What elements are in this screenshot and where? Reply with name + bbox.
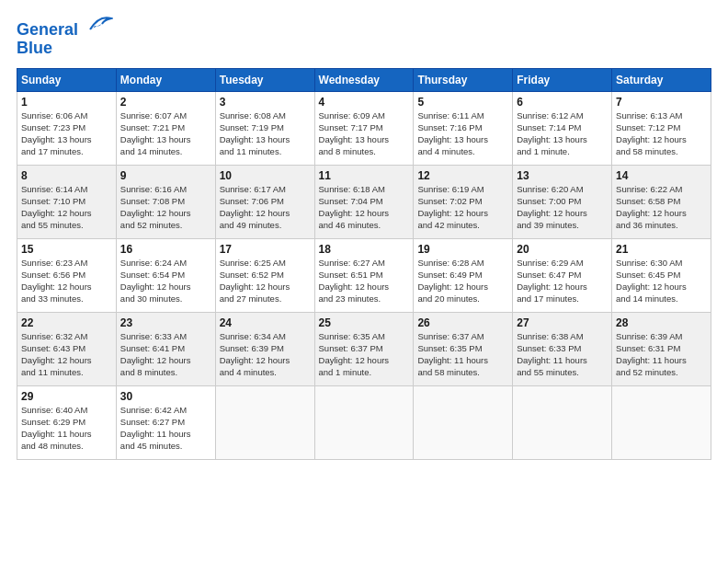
day-cell-12: 12Sunrise: 6:19 AM Sunset: 7:02 PM Dayli… bbox=[414, 166, 513, 239]
day-number-29: 29 bbox=[21, 390, 112, 403]
day-cell-15: 15Sunrise: 6:23 AM Sunset: 6:56 PM Dayli… bbox=[17, 239, 117, 313]
day-info-16: Sunrise: 6:24 AM Sunset: 6:54 PM Dayligh… bbox=[120, 258, 211, 304]
day-number-3: 3 bbox=[220, 96, 311, 109]
day-cell-22: 22Sunrise: 6:32 AM Sunset: 6:43 PM Dayli… bbox=[17, 313, 117, 386]
day-number-24: 24 bbox=[220, 316, 311, 329]
day-info-18: Sunrise: 6:27 AM Sunset: 6:51 PM Dayligh… bbox=[319, 258, 410, 304]
day-number-30: 30 bbox=[120, 390, 211, 403]
day-cell-18: 18Sunrise: 6:27 AM Sunset: 6:51 PM Dayli… bbox=[314, 239, 414, 313]
day-cell-27: 27Sunrise: 6:38 AM Sunset: 6:33 PM Dayli… bbox=[513, 313, 612, 386]
day-info-4: Sunrise: 6:09 AM Sunset: 7:17 PM Dayligh… bbox=[319, 110, 410, 157]
day-number-28: 28 bbox=[616, 316, 707, 329]
day-cell-5: 5Sunrise: 6:11 AM Sunset: 7:16 PM Daylig… bbox=[414, 92, 513, 166]
day-info-12: Sunrise: 6:19 AM Sunset: 7:02 PM Dayligh… bbox=[417, 184, 508, 231]
empty-cell bbox=[215, 386, 314, 460]
logo-bird-icon bbox=[85, 13, 113, 35]
calendar-table: Sunday Monday Tuesday Wednesday Thursday… bbox=[17, 68, 711, 460]
day-number-22: 22 bbox=[21, 316, 112, 329]
day-cell-6: 6Sunrise: 6:12 AM Sunset: 7:14 PM Daylig… bbox=[513, 92, 612, 166]
empty-cell bbox=[314, 386, 414, 460]
col-saturday: Saturday bbox=[612, 69, 711, 92]
day-cell-29: 29Sunrise: 6:40 AM Sunset: 6:29 PM Dayli… bbox=[17, 386, 117, 460]
day-cell-1: 1Sunrise: 6:06 AM Sunset: 7:23 PM Daylig… bbox=[17, 92, 117, 166]
day-number-10: 10 bbox=[220, 169, 311, 182]
logo: General Blue bbox=[17, 17, 113, 57]
day-info-30: Sunrise: 6:42 AM Sunset: 6:27 PM Dayligh… bbox=[120, 405, 211, 452]
day-number-11: 11 bbox=[319, 169, 410, 182]
day-info-17: Sunrise: 6:25 AM Sunset: 6:52 PM Dayligh… bbox=[220, 258, 311, 304]
day-info-2: Sunrise: 6:07 AM Sunset: 7:21 PM Dayligh… bbox=[120, 110, 211, 157]
calendar-header-row: Sunday Monday Tuesday Wednesday Thursday… bbox=[17, 69, 711, 92]
day-info-19: Sunrise: 6:28 AM Sunset: 6:49 PM Dayligh… bbox=[417, 258, 508, 304]
day-number-16: 16 bbox=[120, 243, 211, 256]
day-info-15: Sunrise: 6:23 AM Sunset: 6:56 PM Dayligh… bbox=[21, 258, 112, 304]
week-row-5: 29Sunrise: 6:40 AM Sunset: 6:29 PM Dayli… bbox=[17, 386, 711, 460]
day-info-8: Sunrise: 6:14 AM Sunset: 7:10 PM Dayligh… bbox=[21, 184, 112, 231]
day-info-27: Sunrise: 6:38 AM Sunset: 6:33 PM Dayligh… bbox=[517, 331, 608, 378]
day-cell-14: 14Sunrise: 6:22 AM Sunset: 6:58 PM Dayli… bbox=[612, 166, 711, 239]
day-number-8: 8 bbox=[21, 169, 112, 182]
col-monday: Monday bbox=[116, 69, 215, 92]
day-info-14: Sunrise: 6:22 AM Sunset: 6:58 PM Dayligh… bbox=[616, 184, 707, 231]
day-info-22: Sunrise: 6:32 AM Sunset: 6:43 PM Dayligh… bbox=[21, 331, 112, 378]
day-info-28: Sunrise: 6:39 AM Sunset: 6:31 PM Dayligh… bbox=[616, 331, 707, 378]
day-cell-7: 7Sunrise: 6:13 AM Sunset: 7:12 PM Daylig… bbox=[612, 92, 711, 166]
day-cell-13: 13Sunrise: 6:20 AM Sunset: 7:00 PM Dayli… bbox=[513, 166, 612, 239]
day-cell-16: 16Sunrise: 6:24 AM Sunset: 6:54 PM Dayli… bbox=[116, 239, 215, 313]
week-row-2: 8Sunrise: 6:14 AM Sunset: 7:10 PM Daylig… bbox=[17, 166, 711, 239]
day-cell-10: 10Sunrise: 6:17 AM Sunset: 7:06 PM Dayli… bbox=[215, 166, 314, 239]
day-cell-2: 2Sunrise: 6:07 AM Sunset: 7:21 PM Daylig… bbox=[116, 92, 215, 166]
day-cell-26: 26Sunrise: 6:37 AM Sunset: 6:35 PM Dayli… bbox=[414, 313, 513, 386]
day-info-7: Sunrise: 6:13 AM Sunset: 7:12 PM Dayligh… bbox=[616, 110, 707, 157]
day-info-25: Sunrise: 6:35 AM Sunset: 6:37 PM Dayligh… bbox=[319, 331, 410, 378]
col-friday: Friday bbox=[513, 69, 612, 92]
week-row-4: 22Sunrise: 6:32 AM Sunset: 6:43 PM Dayli… bbox=[17, 313, 711, 386]
day-number-4: 4 bbox=[319, 96, 410, 109]
day-cell-3: 3Sunrise: 6:08 AM Sunset: 7:19 PM Daylig… bbox=[215, 92, 314, 166]
day-cell-20: 20Sunrise: 6:29 AM Sunset: 6:47 PM Dayli… bbox=[513, 239, 612, 313]
day-info-11: Sunrise: 6:18 AM Sunset: 7:04 PM Dayligh… bbox=[319, 184, 410, 231]
day-cell-24: 24Sunrise: 6:34 AM Sunset: 6:39 PM Dayli… bbox=[215, 313, 314, 386]
empty-cell bbox=[612, 386, 711, 460]
day-info-23: Sunrise: 6:33 AM Sunset: 6:41 PM Dayligh… bbox=[120, 331, 211, 378]
day-info-5: Sunrise: 6:11 AM Sunset: 7:16 PM Dayligh… bbox=[417, 110, 508, 157]
day-info-6: Sunrise: 6:12 AM Sunset: 7:14 PM Dayligh… bbox=[517, 110, 608, 157]
day-number-14: 14 bbox=[616, 169, 707, 182]
day-number-12: 12 bbox=[417, 169, 508, 182]
day-number-13: 13 bbox=[517, 169, 608, 182]
day-number-1: 1 bbox=[21, 96, 112, 109]
day-info-24: Sunrise: 6:34 AM Sunset: 6:39 PM Dayligh… bbox=[220, 331, 311, 378]
calendar-page: General Blue Sunday Monday Tuesday Wedne… bbox=[0, 0, 728, 563]
day-number-2: 2 bbox=[120, 96, 211, 109]
col-sunday: Sunday bbox=[17, 69, 117, 92]
week-row-3: 15Sunrise: 6:23 AM Sunset: 6:56 PM Dayli… bbox=[17, 239, 711, 313]
day-info-13: Sunrise: 6:20 AM Sunset: 7:00 PM Dayligh… bbox=[517, 184, 608, 231]
day-number-27: 27 bbox=[517, 316, 608, 329]
day-number-26: 26 bbox=[417, 316, 508, 329]
col-tuesday: Tuesday bbox=[215, 69, 314, 92]
day-info-10: Sunrise: 6:17 AM Sunset: 7:06 PM Dayligh… bbox=[220, 184, 311, 231]
day-info-26: Sunrise: 6:37 AM Sunset: 6:35 PM Dayligh… bbox=[417, 331, 508, 378]
col-wednesday: Wednesday bbox=[314, 69, 414, 92]
day-cell-4: 4Sunrise: 6:09 AM Sunset: 7:17 PM Daylig… bbox=[314, 92, 414, 166]
day-cell-28: 28Sunrise: 6:39 AM Sunset: 6:31 PM Dayli… bbox=[612, 313, 711, 386]
empty-cell bbox=[414, 386, 513, 460]
header: General Blue bbox=[17, 17, 711, 57]
day-cell-23: 23Sunrise: 6:33 AM Sunset: 6:41 PM Dayli… bbox=[116, 313, 215, 386]
day-number-19: 19 bbox=[417, 243, 508, 256]
day-number-23: 23 bbox=[120, 316, 211, 329]
day-number-17: 17 bbox=[220, 243, 311, 256]
day-cell-19: 19Sunrise: 6:28 AM Sunset: 6:49 PM Dayli… bbox=[414, 239, 513, 313]
day-info-3: Sunrise: 6:08 AM Sunset: 7:19 PM Dayligh… bbox=[220, 110, 311, 157]
day-number-21: 21 bbox=[616, 243, 707, 256]
day-cell-11: 11Sunrise: 6:18 AM Sunset: 7:04 PM Dayli… bbox=[314, 166, 414, 239]
col-thursday: Thursday bbox=[414, 69, 513, 92]
day-info-20: Sunrise: 6:29 AM Sunset: 6:47 PM Dayligh… bbox=[517, 258, 608, 304]
empty-cell bbox=[513, 386, 612, 460]
day-cell-25: 25Sunrise: 6:35 AM Sunset: 6:37 PM Dayli… bbox=[314, 313, 414, 386]
logo-blue: Blue bbox=[17, 40, 113, 58]
day-number-9: 9 bbox=[120, 169, 211, 182]
day-number-20: 20 bbox=[517, 243, 608, 256]
day-cell-17: 17Sunrise: 6:25 AM Sunset: 6:52 PM Dayli… bbox=[215, 239, 314, 313]
day-info-21: Sunrise: 6:30 AM Sunset: 6:45 PM Dayligh… bbox=[616, 258, 707, 304]
